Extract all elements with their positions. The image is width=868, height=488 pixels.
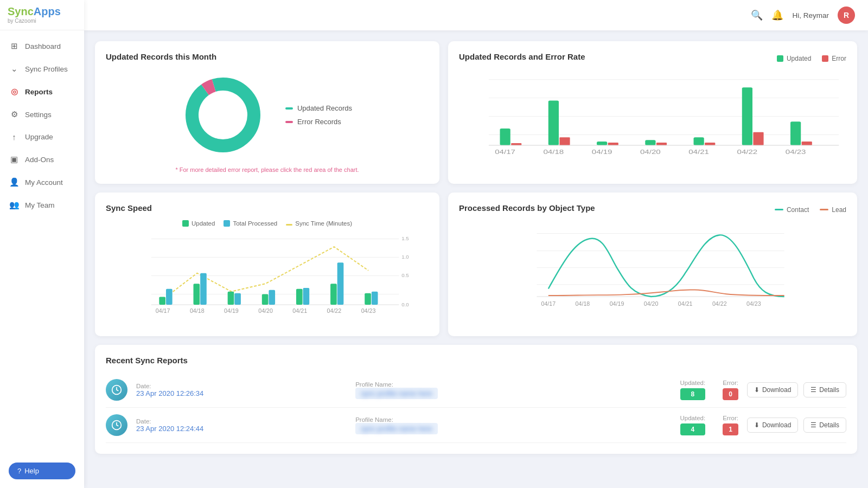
report-profile-label-2: Profile Name: bbox=[355, 416, 671, 423]
logo-sync: Sync bbox=[8, 5, 34, 17]
help-button[interactable]: ? Help bbox=[9, 463, 75, 479]
sidebar-item-sync-profiles-label: Sync Profiles bbox=[25, 65, 68, 73]
processed-legend: Contact Lead bbox=[775, 206, 846, 214]
svg-text:04/21: 04/21 bbox=[678, 300, 693, 307]
svg-rect-52 bbox=[372, 292, 378, 305]
svg-text:04/22: 04/22 bbox=[737, 149, 757, 156]
svg-rect-11 bbox=[559, 137, 570, 145]
report-error-col-1: Error: 0 bbox=[723, 380, 738, 400]
report-icon-1 bbox=[106, 379, 127, 401]
recent-reports-card: Recent Sync Reports Date: 23 Apr 2020 12… bbox=[95, 345, 857, 454]
svg-text:04/20: 04/20 bbox=[644, 300, 659, 307]
svg-text:04/23: 04/23 bbox=[746, 300, 761, 307]
svg-rect-13 bbox=[608, 143, 618, 145]
sidebar-item-team-label: My Team bbox=[25, 201, 55, 209]
report-actions-2: ⬇ Download ☰ Details bbox=[747, 418, 846, 433]
grid-icon: ⊞ bbox=[9, 41, 20, 51]
sidebar-item-reports[interactable]: ◎ Reports bbox=[0, 80, 84, 103]
bar-legend-pink-dot bbox=[822, 55, 828, 62]
report-row-1: Date: 23 Apr 2020 12:26:34 Profile Name:… bbox=[106, 373, 846, 408]
sync-legend-updated-label: Updated bbox=[192, 220, 215, 227]
report-profile-name-1: sync profile name here bbox=[355, 388, 438, 399]
svg-rect-41 bbox=[228, 292, 234, 305]
bar-legend-error-label: Error bbox=[832, 55, 846, 62]
download-button-1[interactable]: ⬇ Download bbox=[747, 382, 798, 397]
processed-legend-contact: Contact bbox=[775, 206, 809, 214]
user-icon: 👤 bbox=[9, 177, 20, 187]
box-icon: ▣ bbox=[9, 155, 20, 164]
report-updated-col-1: Updated: 8 bbox=[680, 380, 706, 400]
report-actions-1: ⬇ Download ☰ Details bbox=[747, 382, 846, 397]
svg-point-2 bbox=[199, 91, 247, 139]
svg-text:1.0: 1.0 bbox=[401, 254, 409, 260]
processed-legend-lead: Lead bbox=[820, 206, 846, 214]
download-button-2[interactable]: ⬇ Download bbox=[747, 418, 798, 433]
svg-rect-42 bbox=[262, 294, 269, 305]
avatar[interactable]: R bbox=[838, 7, 855, 24]
svg-text:04/22: 04/22 bbox=[712, 300, 727, 307]
details-button-2[interactable]: ☰ Details bbox=[803, 418, 846, 433]
processed-chart-area[interactable]: 04/17 04/18 04/19 04/20 04/21 04/22 04/2… bbox=[459, 226, 846, 317]
report-updated-label-2: Updated: bbox=[680, 415, 706, 421]
sync-leg-teal bbox=[224, 220, 230, 227]
download-label-1: Download bbox=[762, 386, 791, 394]
report-error-badge-1: 0 bbox=[723, 388, 738, 400]
sidebar-item-dashboard[interactable]: ⊞ Dashboard bbox=[0, 35, 84, 57]
sync-speed-chart-area[interactable]: 1.5 1.0 0.5 0.0 bbox=[106, 231, 429, 325]
svg-rect-51 bbox=[337, 262, 344, 305]
report-error-col-2: Error: 1 bbox=[723, 415, 738, 435]
content-area: Updated Records this Month Updated Recor… bbox=[84, 30, 868, 488]
svg-text:04/18: 04/18 bbox=[543, 149, 564, 156]
svg-text:04/23: 04/23 bbox=[786, 149, 806, 156]
donut-svg[interactable] bbox=[182, 74, 264, 156]
contact-legend-line bbox=[775, 209, 783, 210]
report-date-label-1: Date: bbox=[136, 383, 347, 389]
sidebar-item-upgrade[interactable]: ↑ Upgrade bbox=[0, 126, 84, 148]
svg-rect-43 bbox=[296, 289, 303, 305]
processed-svg: 04/17 04/18 04/19 04/20 04/21 04/22 04/2… bbox=[459, 226, 846, 315]
sync-leg-yellow bbox=[286, 224, 292, 226]
sidebar-item-account[interactable]: 👤 My Account bbox=[0, 171, 84, 194]
avatar-letter: R bbox=[844, 11, 849, 20]
search-icon[interactable]: 🔍 bbox=[751, 9, 763, 21]
report-updated-col-2: Updated: 4 bbox=[680, 415, 706, 435]
svg-rect-14 bbox=[645, 140, 655, 145]
download-icon-2: ⬇ bbox=[754, 421, 760, 429]
svg-text:04/22: 04/22 bbox=[327, 307, 342, 314]
updated-legend-label: Updated Records bbox=[297, 104, 352, 112]
svg-rect-8 bbox=[500, 129, 510, 145]
bar-updated-legend: Updated Error bbox=[777, 55, 846, 62]
svg-text:1.5: 1.5 bbox=[401, 235, 409, 241]
sidebar-item-settings[interactable]: ⚙ Settings bbox=[0, 103, 84, 126]
processed-card: Processed Records by Object Type Contact… bbox=[448, 192, 857, 336]
report-date-value-1: 23 Apr 2020 12:26:34 bbox=[136, 389, 347, 397]
svg-rect-15 bbox=[656, 143, 667, 145]
svg-rect-44 bbox=[330, 284, 337, 305]
bar-updated-area[interactable]: 04/17 04/18 04/19 04/20 04/21 04/22 04/2… bbox=[459, 74, 846, 161]
sidebar-item-team[interactable]: 👥 My Team bbox=[0, 194, 84, 216]
download-label-2: Download bbox=[762, 421, 791, 429]
svg-rect-48 bbox=[234, 293, 241, 305]
chevron-icon: ⌄ bbox=[9, 64, 20, 74]
sidebar-item-addons-label: Add-Ons bbox=[25, 156, 54, 164]
charts-row-2: Sync Speed Updated Total Processed Sync … bbox=[95, 192, 857, 336]
sidebar-item-addons[interactable]: ▣ Add-Ons bbox=[0, 148, 84, 171]
svg-text:04/17: 04/17 bbox=[495, 149, 515, 156]
svg-rect-47 bbox=[200, 273, 207, 305]
donut-legend: Updated Records Error Records bbox=[285, 104, 352, 126]
error-legend-dot bbox=[285, 121, 293, 123]
report-profile-name-2: sync profile name here bbox=[355, 423, 438, 434]
nav: ⊞ Dashboard ⌄ Sync Profiles ◎ Reports ⚙ … bbox=[0, 30, 84, 454]
svg-rect-49 bbox=[269, 290, 275, 305]
report-updated-badge-2: 4 bbox=[680, 423, 706, 435]
download-icon-1: ⬇ bbox=[754, 386, 760, 394]
sync-legend-time-label: Sync Time (Minutes) bbox=[295, 220, 352, 227]
bell-icon[interactable]: 🔔 bbox=[771, 9, 783, 21]
sidebar-item-sync-profiles[interactable]: ⌄ Sync Profiles bbox=[0, 57, 84, 80]
bar-legend-updated-label: Updated bbox=[787, 55, 811, 62]
profile-blurred-1: sync profile name here bbox=[361, 389, 432, 397]
header: 🔍 🔔 Hi, Reymar R bbox=[84, 0, 868, 30]
report-profile-2: Profile Name: sync profile name here bbox=[355, 416, 671, 434]
details-button-1[interactable]: ☰ Details bbox=[803, 382, 846, 397]
svg-rect-17 bbox=[705, 143, 715, 145]
